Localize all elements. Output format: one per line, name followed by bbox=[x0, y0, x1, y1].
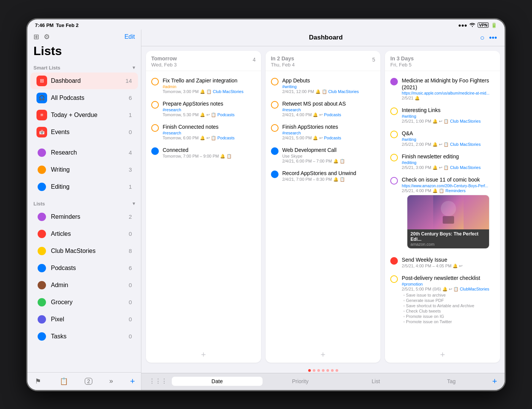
task-circle[interactable] bbox=[390, 177, 398, 185]
tasks-count: 0 bbox=[129, 333, 132, 340]
dot-1 bbox=[308, 369, 311, 372]
sidebar-item-writing[interactable]: Writing 3 bbox=[30, 161, 138, 178]
task-circle[interactable] bbox=[271, 101, 279, 109]
col-in2days-header: In 2 Days Thu, Feb 4 5 bbox=[266, 51, 381, 71]
all-podcasts-count: 6 bbox=[129, 95, 132, 101]
comic-card: 20th Century Boys: The Perfect Edi... am… bbox=[407, 195, 489, 249]
col-tomorrow-day: Tomorrow bbox=[151, 55, 177, 62]
podcasts-count: 6 bbox=[129, 265, 132, 271]
sidebar-bottom-toolbar: ⚑ 📋 2 » + bbox=[27, 372, 141, 390]
articles-icon bbox=[36, 229, 47, 239]
tab-priority[interactable]: Priority bbox=[263, 377, 338, 386]
sidebar-item-dashboard[interactable]: ⊞ Dashboard 14 bbox=[30, 73, 138, 89]
sidebar-item-research[interactable]: Research 4 bbox=[30, 144, 138, 161]
subtask-item: Check Club tweets bbox=[403, 308, 495, 314]
task-item: Send Weekly Issue 2/5/21, 4:00 PM – 4:05… bbox=[385, 253, 500, 272]
lists-section-header: Lists ▾ bbox=[27, 199, 141, 208]
task-circle[interactable] bbox=[271, 78, 279, 85]
badge-button[interactable]: 2 bbox=[85, 378, 92, 385]
edit-button[interactable]: Edit bbox=[124, 33, 135, 40]
main-header-title: Dashboard bbox=[309, 34, 343, 41]
task-title: Medicine at Midnight by Foo Fighters (20… bbox=[402, 77, 495, 91]
note-button[interactable]: 📋 bbox=[58, 376, 70, 387]
editing-icon bbox=[36, 182, 47, 192]
task-circle[interactable] bbox=[390, 107, 398, 115]
add-list-button[interactable]: + bbox=[130, 376, 135, 386]
writing-label: Writing bbox=[51, 166, 125, 173]
task-circle[interactable] bbox=[390, 154, 398, 161]
task-item: Medicine at Midnight by Foo Fighters (20… bbox=[385, 74, 500, 104]
svg-point-1 bbox=[441, 201, 456, 216]
sidebar-toggle-button[interactable]: ⊞ bbox=[33, 33, 39, 41]
task-circle[interactable] bbox=[271, 147, 279, 155]
task-circle[interactable] bbox=[151, 78, 159, 85]
research-icon bbox=[36, 147, 47, 158]
subtask-item: Generate issue PDF bbox=[403, 298, 495, 303]
flag-button[interactable]: ⚑ bbox=[33, 376, 43, 387]
more-button[interactable]: ••• bbox=[489, 33, 497, 42]
today-overdue-icon: ≡ bbox=[36, 110, 47, 120]
circle-button[interactable]: ○ bbox=[480, 33, 484, 42]
events-icon: 📅 bbox=[36, 127, 47, 137]
sidebar-item-admin[interactable]: Admin 0 bbox=[30, 277, 138, 294]
add-task-tomorrow[interactable]: + bbox=[146, 347, 261, 363]
sidebar-item-podcasts[interactable]: Podcasts 6 bbox=[30, 260, 138, 276]
tab-tag[interactable]: Tag bbox=[413, 377, 489, 386]
forward-button[interactable]: » bbox=[108, 376, 115, 387]
sidebar-item-articles[interactable]: Articles 0 bbox=[30, 226, 138, 242]
sidebar-item-events[interactable]: 📅 Events 0 bbox=[30, 124, 138, 141]
editing-count: 1 bbox=[129, 183, 132, 190]
sidebar-item-all-podcasts[interactable]: 🎧 All Podcasts 6 bbox=[30, 90, 138, 106]
dashboard-count: 14 bbox=[125, 77, 132, 84]
task-circle[interactable] bbox=[151, 147, 159, 155]
task-title: Finish Connected notes bbox=[163, 123, 256, 130]
task-title: Record AppStories and Unwind bbox=[282, 170, 375, 177]
sidebar-item-pixel[interactable]: Pixel 0 bbox=[30, 311, 138, 328]
pixel-count: 0 bbox=[129, 316, 132, 322]
task-circle[interactable] bbox=[390, 131, 398, 138]
sidebar: ⊞ ⚙ Edit Lists Smart Lists ▾ ⊞ Dashboard bbox=[27, 30, 141, 390]
sidebar-item-grocery[interactable]: Grocery 0 bbox=[30, 294, 138, 311]
tab-date[interactable]: Date bbox=[172, 377, 263, 386]
vpn-label: VPN bbox=[478, 22, 489, 28]
all-podcasts-icon: 🎧 bbox=[36, 93, 47, 103]
podcasts-label: Podcasts bbox=[51, 265, 125, 272]
task-title: Post-delivery newsletter checklist bbox=[402, 275, 495, 281]
task-circle[interactable] bbox=[271, 124, 279, 132]
sidebar-item-today-overdue[interactable]: ≡ Today + Overdue 1 bbox=[30, 107, 138, 123]
svg-rect-2 bbox=[443, 216, 454, 224]
events-label: Events bbox=[51, 129, 125, 136]
tab-list[interactable]: List bbox=[338, 377, 414, 386]
sidebar-item-club-macstories[interactable]: Club MacStories 8 bbox=[30, 243, 138, 259]
task-circle[interactable] bbox=[390, 257, 398, 265]
task-circle[interactable] bbox=[151, 101, 159, 109]
task-circle[interactable] bbox=[151, 124, 159, 132]
task-circle[interactable] bbox=[271, 171, 279, 178]
signal-icon: ●●● bbox=[458, 22, 467, 28]
subtask-item: Save issue to archive bbox=[403, 292, 495, 298]
subtask-item: Save shortcut to Airtable and Archive bbox=[403, 303, 495, 308]
writing-icon bbox=[36, 164, 47, 175]
sidebar-item-editing[interactable]: Editing 1 bbox=[30, 178, 138, 195]
task-circle[interactable] bbox=[390, 275, 398, 283]
add-task-in3days[interactable]: + bbox=[385, 347, 500, 363]
sidebar-item-reminders[interactable]: Reminders 2 bbox=[30, 208, 138, 225]
add-button[interactable]: + bbox=[492, 376, 497, 386]
task-time: Tomorrow, 3:00 PM 🔔 📋 Club MacStories bbox=[163, 89, 256, 94]
articles-count: 0 bbox=[129, 231, 132, 237]
status-time: 7:46 PM bbox=[35, 22, 54, 28]
dashboard-label: Dashboard bbox=[51, 77, 122, 84]
task-circle[interactable] bbox=[390, 78, 398, 85]
events-count: 0 bbox=[129, 129, 132, 135]
col-in3days-header: In 3 Days Fri, Feb 5 bbox=[385, 51, 500, 71]
handle-icon[interactable]: ⋮⋮⋮ bbox=[149, 377, 167, 385]
add-task-in2days[interactable]: + bbox=[266, 347, 381, 363]
reminders-label: Reminders bbox=[51, 213, 125, 220]
task-item: Retweet MS post about AS #research 2/4/2… bbox=[266, 97, 381, 120]
main-header: Dashboard ○ ••• bbox=[141, 30, 505, 46]
settings-button[interactable]: ⚙ bbox=[44, 33, 50, 41]
sidebar-item-tasks[interactable]: Tasks 0 bbox=[30, 328, 138, 345]
task-item: Prepare AppStories notes #research Tomor… bbox=[146, 97, 261, 120]
task-item: Interesting Links #writing 2/5/21, 1:00 … bbox=[385, 104, 500, 127]
subtask-item: Promote issue on Twitter bbox=[403, 319, 495, 324]
